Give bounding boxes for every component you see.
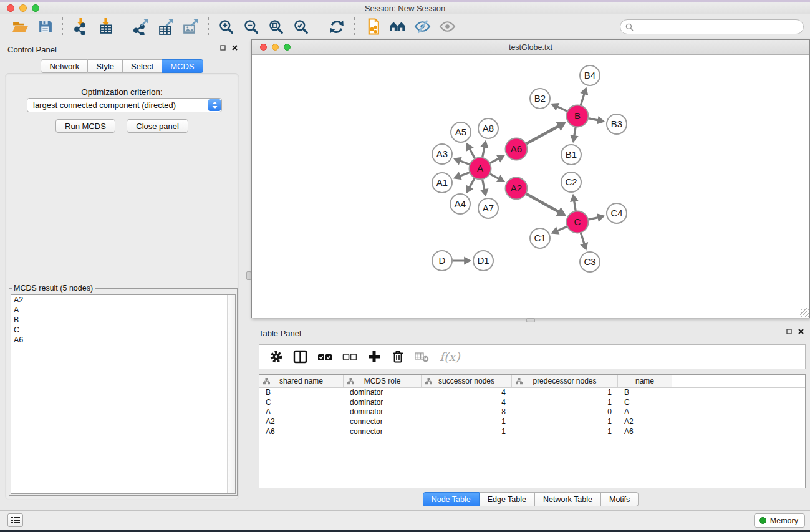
tab-network-table[interactable]: Network Table <box>535 492 601 506</box>
edge-A-A8[interactable] <box>482 147 484 158</box>
export-image-icon[interactable] <box>178 16 203 37</box>
table-splitter-grip[interactable] <box>526 318 535 322</box>
close-panel-icon[interactable] <box>232 45 238 51</box>
tab-network[interactable]: Network <box>41 59 88 73</box>
cell-shared-name[interactable]: A6 <box>259 427 344 437</box>
cell-successor-nodes[interactable]: 4 <box>422 398 512 408</box>
tab-style[interactable]: Style <box>88 59 123 73</box>
cell-name[interactable]: A6 <box>618 427 672 437</box>
column-header-name[interactable]: name <box>618 375 672 387</box>
cell-MCDS-role[interactable]: dominator <box>344 398 422 408</box>
mcds-result-list[interactable]: A2ABCA6 <box>11 294 236 494</box>
tab-select[interactable]: Select <box>123 59 162 73</box>
hide-panels-icon[interactable] <box>410 16 435 37</box>
cell-shared-name[interactable]: A2 <box>259 417 344 427</box>
edge-C-C3[interactable] <box>581 233 584 244</box>
edge-B-B4[interactable] <box>581 94 584 105</box>
result-list-scrollbar[interactable] <box>227 295 235 493</box>
edge-A6-B[interactable] <box>526 126 559 144</box>
column-header-predecessor-nodes[interactable]: predecessor nodes <box>512 375 618 387</box>
cell-MCDS-role[interactable]: connector <box>344 417 422 427</box>
birds-eye-view-icon[interactable] <box>385 16 410 37</box>
zoom-fit-icon[interactable] <box>264 16 289 37</box>
cell-name[interactable]: C <box>618 398 672 408</box>
run-mcds-button[interactable]: Run MCDS <box>55 119 115 133</box>
column-header-shared-name[interactable]: shared name <box>259 375 344 387</box>
delete-row-icon[interactable] <box>391 350 405 364</box>
edge-C-C1[interactable] <box>557 226 567 231</box>
float-panel-icon[interactable] <box>220 45 226 51</box>
close-panel-button[interactable]: Close panel <box>127 119 188 133</box>
search-field[interactable] <box>620 19 804 34</box>
float-table-panel-icon[interactable] <box>786 329 792 334</box>
close-table-panel-icon[interactable] <box>798 329 804 334</box>
network-resize-grip[interactable] <box>800 308 809 317</box>
edge-B-B3[interactable] <box>588 118 598 120</box>
table-row[interactable]: Adominator80A <box>259 407 805 417</box>
panel-splitter-grip[interactable] <box>246 271 251 280</box>
cell-successor-nodes[interactable]: 8 <box>422 407 512 417</box>
add-row-icon[interactable] <box>367 350 381 364</box>
cell-shared-name[interactable]: A <box>259 407 344 417</box>
export-table-icon[interactable] <box>153 16 178 37</box>
import-table-icon[interactable] <box>93 16 118 37</box>
delete-table-icon[interactable] <box>415 351 430 363</box>
cell-successor-nodes[interactable]: 4 <box>422 388 512 398</box>
network-graph[interactable]: B4B2BB3A8A5A6A3B1AA1C2A2A4A7C4CC1DD1C3 <box>252 56 809 318</box>
edge-B-B2[interactable] <box>557 107 567 112</box>
result-list-item[interactable]: C <box>11 325 235 335</box>
cell-MCDS-role[interactable]: dominator <box>344 407 422 417</box>
result-list-item[interactable]: A <box>11 305 235 315</box>
save-session-icon[interactable] <box>32 16 57 37</box>
cell-MCDS-role[interactable]: connector <box>344 427 422 437</box>
edge-A-A1[interactable] <box>460 172 470 176</box>
table-settings-icon[interactable] <box>269 350 283 364</box>
edge-C-C2[interactable] <box>574 201 576 211</box>
tab-motifs[interactable]: Motifs <box>601 492 639 506</box>
table-row[interactable]: Bdominator41B <box>259 388 805 398</box>
edge-A-A6[interactable] <box>489 158 499 163</box>
select-all-icon[interactable] <box>317 350 332 364</box>
cell-name[interactable]: A2 <box>618 417 672 427</box>
table-row[interactable]: A6connector11A6 <box>259 427 805 437</box>
cell-MCDS-role[interactable]: dominator <box>344 388 422 398</box>
zoom-in-icon[interactable] <box>214 16 239 37</box>
cell-shared-name[interactable]: B <box>259 388 344 398</box>
export-network-icon[interactable] <box>128 16 153 37</box>
result-list-item[interactable]: A2 <box>11 295 235 305</box>
open-file-icon[interactable] <box>7 16 32 37</box>
result-list-item[interactable]: A6 <box>11 335 235 345</box>
deselect-all-icon[interactable] <box>342 350 357 364</box>
zoom-out-icon[interactable] <box>239 16 264 37</box>
cell-name[interactable]: B <box>618 388 672 398</box>
cell-shared-name[interactable]: C <box>259 398 344 408</box>
cell-predecessor-nodes[interactable]: 0 <box>512 407 618 417</box>
tab-edge-table[interactable]: Edge Table <box>480 492 535 506</box>
column-header-successor-nodes[interactable]: successor nodes <box>422 375 512 387</box>
cell-predecessor-nodes[interactable]: 1 <box>512 388 618 398</box>
table-row[interactable]: Cdominator41C <box>259 398 805 408</box>
zoom-selected-icon[interactable] <box>289 16 314 37</box>
edge-A-A3[interactable] <box>460 161 470 165</box>
column-header-MCDS-role[interactable]: MCDS role <box>344 375 422 387</box>
criterion-dropdown[interactable]: largest connected component (directed) <box>27 98 222 112</box>
edge-C-C4[interactable] <box>588 218 598 220</box>
network-canvas[interactable]: B4B2BB3A8A5A6A3B1AA1C2A2A4A7C4CC1DD1C3 <box>252 56 809 318</box>
show-panels-icon[interactable] <box>435 16 460 37</box>
cell-predecessor-nodes[interactable]: 1 <box>512 417 618 427</box>
result-list-item[interactable]: B <box>11 315 235 325</box>
table-row[interactable]: A2connector11A2 <box>259 417 805 427</box>
edge-A-A4[interactable] <box>470 178 475 187</box>
function-builder-icon[interactable]: f(x) <box>440 350 460 364</box>
cell-successor-nodes[interactable]: 1 <box>422 427 512 437</box>
cell-predecessor-nodes[interactable]: 1 <box>512 398 618 408</box>
show-panels-menu-button[interactable] <box>7 513 23 527</box>
edge-A-A2[interactable] <box>489 173 499 178</box>
tab-mcds[interactable]: MCDS <box>162 59 203 73</box>
edge-A2-C[interactable] <box>526 193 559 211</box>
tab-node-table[interactable]: Node Table <box>423 492 480 506</box>
show-columns-icon[interactable] <box>293 350 307 364</box>
edge-A-A5[interactable] <box>470 149 475 159</box>
memory-button[interactable]: Memory <box>754 513 805 528</box>
edge-B-B1[interactable] <box>574 127 576 136</box>
